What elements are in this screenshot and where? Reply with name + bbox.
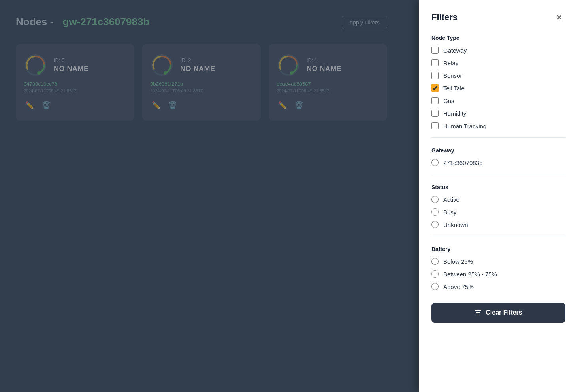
filter-below25-option[interactable]: Below 25% (431, 258, 565, 265)
filter-telltale-checkbox[interactable]: Tell Tale (431, 84, 565, 92)
filter-sensor-checkbox[interactable]: Sensor (431, 72, 565, 79)
telltale-label: Tell Tale (443, 85, 465, 92)
gateway-radio-input[interactable] (431, 159, 439, 166)
gateway-section-title: Gateway (431, 147, 565, 154)
filter-panel: Filters ✕ Node Type Gateway Relay Sensor… (419, 0, 578, 392)
gas-checkbox-input[interactable] (431, 97, 439, 104)
active-radio-input[interactable] (431, 196, 439, 203)
unknown-label: Unknown (443, 221, 468, 228)
filter-between25-75-option[interactable]: Between 25% - 75% (431, 270, 565, 278)
busy-radio-input[interactable] (431, 208, 439, 216)
filter-icon (474, 309, 482, 316)
filter-active-option[interactable]: Active (431, 196, 565, 203)
relay-label: Relay (443, 60, 458, 66)
filter-gateway-option[interactable]: 271c3607983b (431, 159, 565, 166)
gas-label: Gas (443, 98, 454, 104)
filter-unknown-option[interactable]: Unknown (431, 221, 565, 228)
relay-checkbox-input[interactable] (431, 59, 439, 66)
filter-gateway-checkbox[interactable]: Gateway (431, 47, 565, 54)
filter-header: Filters ✕ (431, 11, 565, 24)
below25-label: Below 25% (443, 258, 473, 265)
humidity-label: Humidity (443, 110, 466, 117)
status-section-title: Status (431, 184, 565, 190)
clear-filters-button[interactable]: Clear Filters (431, 303, 565, 323)
node-type-section-title: Node Type (431, 35, 565, 41)
humidity-checkbox-input[interactable] (431, 110, 439, 117)
divider (431, 137, 565, 138)
between25-75-radio-input[interactable] (431, 270, 439, 278)
clear-filters-label: Clear Filters (486, 309, 522, 316)
gateway-checkbox-input[interactable] (431, 47, 439, 54)
above75-label: Above 75% (443, 283, 474, 290)
unknown-radio-input[interactable] (431, 221, 439, 228)
filter-gas-checkbox[interactable]: Gas (431, 97, 565, 104)
gateway-option-label: 271c3607983b (443, 159, 482, 166)
filter-relay-checkbox[interactable]: Relay (431, 59, 565, 66)
above75-radio-input[interactable] (431, 283, 439, 290)
active-label: Active (443, 196, 459, 203)
telltale-checkbox-input[interactable] (431, 84, 439, 92)
human-tracking-checkbox-input[interactable] (431, 122, 439, 129)
filter-humidity-checkbox[interactable]: Humidity (431, 110, 565, 117)
filter-panel-title: Filters (431, 12, 458, 23)
filter-human-tracking-checkbox[interactable]: Human Tracking (431, 122, 565, 129)
battery-section-title: Battery (431, 246, 565, 252)
backdrop (0, 0, 419, 392)
gateway-label: Gateway (443, 47, 467, 54)
sensor-label: Sensor (443, 72, 462, 79)
human-tracking-label: Human Tracking (443, 123, 486, 129)
between25-75-label: Between 25% - 75% (443, 271, 497, 278)
busy-label: Busy (443, 209, 456, 216)
divider (431, 236, 565, 236)
filter-busy-option[interactable]: Busy (431, 208, 565, 216)
sensor-checkbox-input[interactable] (431, 72, 439, 79)
filter-above75-option[interactable]: Above 75% (431, 283, 565, 290)
close-icon: ✕ (556, 13, 563, 22)
below25-radio-input[interactable] (431, 258, 439, 265)
divider (431, 174, 565, 174)
close-filter-button[interactable]: ✕ (553, 11, 565, 24)
